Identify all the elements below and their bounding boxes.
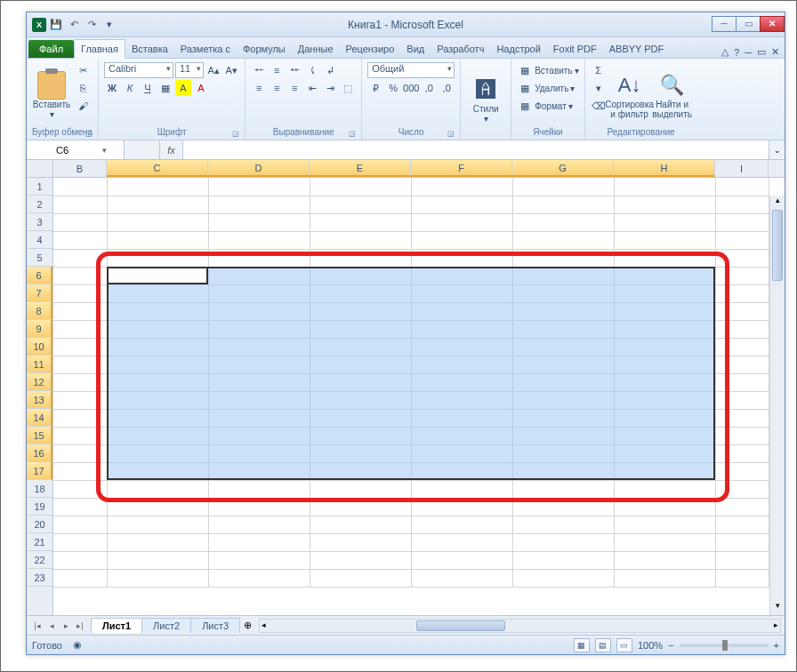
cell-B19[interactable] [53, 498, 107, 516]
cell-F1[interactable] [411, 178, 512, 196]
cell-B16[interactable] [53, 444, 107, 462]
cell-B13[interactable] [53, 391, 107, 409]
border-icon[interactable]: ▦ [157, 80, 173, 96]
cell-B7[interactable] [53, 284, 107, 302]
fill-color-icon[interactable]: A [175, 80, 191, 96]
cell-F22[interactable] [411, 551, 512, 569]
cell-D5[interactable] [208, 249, 310, 267]
file-tab[interactable]: Файл [28, 40, 74, 58]
cell-C20[interactable] [107, 516, 208, 533]
italic-button[interactable]: К [122, 80, 138, 96]
cell-B17[interactable] [53, 462, 107, 480]
cell-B18[interactable] [53, 480, 107, 498]
insert-cells-icon[interactable]: ▦ [517, 62, 533, 78]
cell-B4[interactable] [53, 231, 107, 249]
cell-C2[interactable] [107, 196, 208, 213]
cell-D2[interactable] [208, 196, 310, 213]
sheet-tab-Лист1[interactable]: Лист1 [91, 618, 142, 633]
paste-button[interactable]: Вставить▾ [32, 62, 71, 127]
align-center-icon[interactable]: ≡ [269, 80, 285, 96]
cell-I21[interactable] [715, 533, 769, 551]
col-header-C[interactable]: C [107, 160, 208, 177]
delete-cells-button[interactable]: Удалить [535, 84, 568, 93]
h-scroll-thumb[interactable] [416, 620, 505, 631]
tab-надстрой[interactable]: Надстрой [490, 40, 546, 58]
cell-D23[interactable] [208, 569, 310, 587]
row-header-10[interactable]: 10 [27, 338, 52, 356]
macro-record-icon[interactable]: ◉ [69, 637, 85, 653]
zoom-in-icon[interactable]: + [774, 640, 779, 651]
cell-G20[interactable] [512, 516, 614, 533]
tab-формулы[interactable]: Формулы [237, 40, 292, 58]
row-header-15[interactable]: 15 [27, 427, 52, 444]
name-box-input[interactable] [27, 145, 98, 156]
cell-G18[interactable] [512, 480, 614, 498]
cell-D22[interactable] [208, 551, 310, 569]
cell-F23[interactable] [411, 569, 512, 587]
col-header-B[interactable]: B [53, 160, 107, 177]
cell-B6[interactable] [53, 267, 107, 284]
cell-D18[interactable] [208, 480, 310, 498]
cell-H21[interactable] [614, 533, 715, 551]
sheet-tab-Лист3[interactable]: Лист3 [190, 618, 240, 633]
align-left-icon[interactable]: ≡ [251, 80, 267, 96]
tab-foxit pdf[interactable]: Foxit PDF [547, 40, 603, 58]
cell-B11[interactable] [53, 356, 107, 373]
cell-F21[interactable] [411, 533, 512, 551]
cell-G5[interactable] [512, 249, 614, 267]
number-format-combo[interactable]: Общий [367, 62, 455, 78]
row-header-17[interactable]: 17 [27, 462, 52, 480]
row-header-20[interactable]: 20 [27, 516, 52, 533]
cell-C5[interactable] [107, 249, 208, 267]
cell-I23[interactable] [715, 569, 769, 587]
row-header-23[interactable]: 23 [27, 569, 52, 587]
cell-H18[interactable] [614, 480, 715, 498]
select-all-corner[interactable] [27, 160, 53, 178]
cell-F20[interactable] [411, 516, 512, 533]
cell-C18[interactable] [107, 480, 208, 498]
copy-icon[interactable]: ⎘ [75, 80, 91, 96]
cell-C23[interactable] [107, 569, 208, 587]
doc-restore-icon[interactable]: ▭ [757, 46, 766, 58]
format-cells-icon[interactable]: ▦ [517, 98, 533, 114]
cell-I18[interactable] [715, 480, 769, 498]
cell-B12[interactable] [53, 373, 107, 391]
cell-G21[interactable] [512, 533, 614, 551]
cell-I22[interactable] [715, 551, 769, 569]
cell-I9[interactable] [715, 320, 769, 338]
cell-F4[interactable] [411, 231, 512, 249]
bold-button[interactable]: Ж [104, 80, 120, 96]
cell-B5[interactable] [53, 249, 107, 267]
row-header-7[interactable]: 7 [27, 284, 52, 302]
format-cells-button[interactable]: Формат [535, 101, 567, 111]
tab-вид[interactable]: Вид [400, 40, 431, 58]
clear-icon[interactable]: ⌫ [591, 98, 607, 114]
insert-cells-button[interactable]: Вставить [535, 66, 572, 76]
tab-abbyy pdf[interactable]: ABBYY PDF [603, 40, 671, 58]
close-button[interactable]: ✕ [760, 16, 785, 32]
cell-I10[interactable] [715, 338, 769, 356]
worksheet-grid[interactable]: BCDEFGHI 1234567891011121314151617181920… [27, 160, 785, 615]
view-layout-icon[interactable]: ▤ [595, 638, 611, 652]
row-header-21[interactable]: 21 [27, 533, 52, 551]
cell-B8[interactable] [53, 302, 107, 320]
cell-I16[interactable] [715, 444, 769, 462]
wrap-text-icon[interactable]: ↲ [322, 62, 338, 78]
view-break-icon[interactable]: ▭ [616, 638, 632, 652]
cell-H3[interactable] [614, 213, 715, 231]
cell-B21[interactable] [53, 533, 107, 551]
cell-G19[interactable] [512, 498, 614, 516]
align-bottom-icon[interactable]: ⬵ [286, 62, 302, 78]
doc-min-icon[interactable]: ─ [745, 47, 752, 58]
cell-I11[interactable] [715, 356, 769, 373]
cell-F19[interactable] [411, 498, 512, 516]
cell-H5[interactable] [614, 249, 715, 267]
autosum-icon[interactable]: Σ [591, 62, 607, 78]
cell-I17[interactable] [715, 462, 769, 480]
col-header-H[interactable]: H [614, 160, 715, 177]
cell-E22[interactable] [310, 551, 411, 569]
cell-C19[interactable] [107, 498, 208, 516]
view-normal-icon[interactable]: ▦ [574, 638, 590, 652]
indent-inc-icon[interactable]: ⇥ [322, 80, 338, 96]
cell-C4[interactable] [107, 231, 208, 249]
